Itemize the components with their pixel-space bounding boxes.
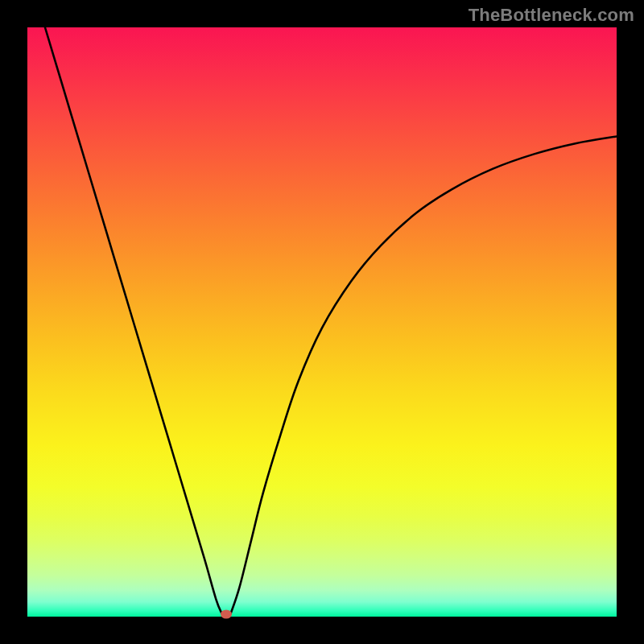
watermark-text: TheBottleneck.com xyxy=(469,5,634,26)
curve-right-branch xyxy=(231,136,617,613)
curve-left-branch xyxy=(45,27,222,613)
curve-layer xyxy=(27,27,617,617)
bottleneck-marker xyxy=(221,610,232,619)
plot-area xyxy=(27,27,617,617)
chart-frame: TheBottleneck.com xyxy=(0,0,644,644)
